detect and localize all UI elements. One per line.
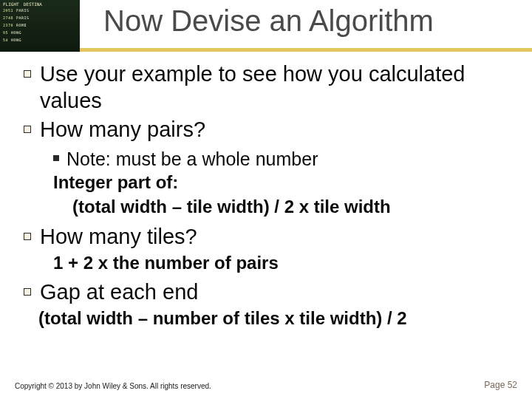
board-dest: PARIS	[16, 8, 30, 13]
sub-bullet-text: Note: must be a whole number	[66, 147, 318, 171]
tiles-formula: 1 + 2 x the number of pairs	[53, 251, 517, 275]
board-dest: PARIS	[16, 16, 30, 20]
bullet-item-2: How many pairs?	[24, 116, 517, 143]
board-dest: ROME	[16, 23, 27, 27]
integer-part-formula: (total width – tile width) / 2 x tile wi…	[53, 195, 517, 219]
copyright-text: Copyright © 2013 by John Wiley & Sons. A…	[15, 382, 211, 390]
bullet-item-1: Use your example to see how you calculat…	[24, 61, 517, 115]
slide-body: Use your example to see how you calculat…	[0, 52, 532, 330]
board-dest: HONG	[11, 30, 21, 35]
gap-formula: (total width – number of tiles x tile wi…	[38, 307, 517, 330]
board-head-flight: FLIGHT	[3, 1, 19, 7]
board-code: 54	[3, 38, 8, 42]
slide-title: Now Devise an Algorithm	[103, 4, 434, 38]
bullet-icon	[24, 288, 31, 296]
bullet-icon	[24, 126, 31, 133]
integer-part-label: Integer part of:	[53, 171, 517, 194]
bullet-icon	[24, 233, 31, 240]
board-code: 2748	[3, 16, 13, 20]
board-code: 2051	[3, 8, 13, 13]
bullet-text: How many tiles?	[40, 223, 197, 250]
bullet-item-4: Gap at each end	[24, 279, 517, 305]
bullet-text: Gap at each end	[40, 279, 198, 305]
bullet-text: Use your example to see how you calculat…	[40, 61, 517, 115]
page-number: Page 52	[484, 380, 517, 390]
board-code: 2370	[3, 23, 13, 27]
bullet-item-3: How many tiles?	[24, 223, 517, 250]
board-code: 95	[3, 30, 8, 35]
sub-bullet-note: Note: must be a whole number	[53, 147, 517, 171]
departure-board-image: FLIGHT DESTINA 2051PARIS 2748PARIS 2370R…	[0, 0, 80, 52]
board-dest: HONG	[11, 38, 21, 42]
bullet-icon	[24, 70, 31, 78]
slide-header: FLIGHT DESTINA 2051PARIS 2748PARIS 2370R…	[0, 0, 532, 52]
slide-footer: Copyright © 2013 by John Wiley & Sons. A…	[15, 380, 517, 390]
bullet-text: How many pairs?	[40, 116, 205, 143]
sub-bullet-icon	[53, 155, 59, 161]
sub-block-pairs: Note: must be a whole number Integer par…	[53, 147, 517, 219]
board-head-dest: DESTINA	[24, 1, 42, 7]
